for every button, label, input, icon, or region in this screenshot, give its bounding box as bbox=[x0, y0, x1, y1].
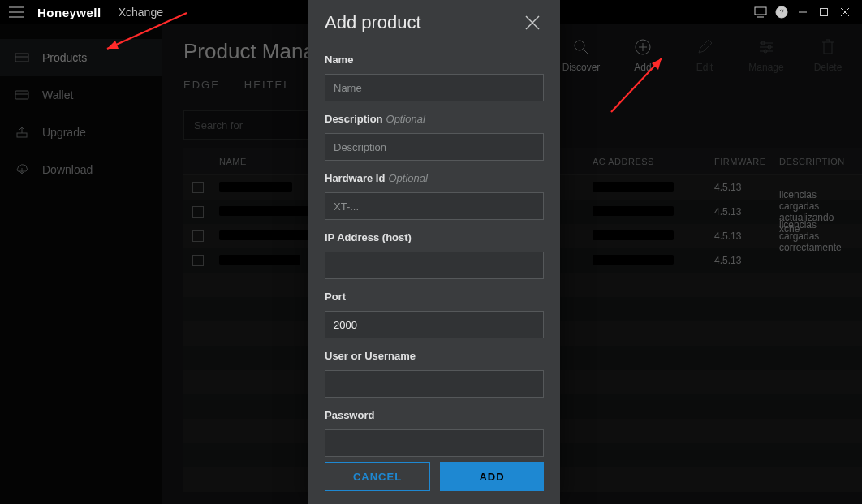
delete-button: Delete bbox=[805, 36, 851, 73]
sliders-icon bbox=[755, 36, 778, 58]
edit-button: Edit bbox=[682, 36, 727, 73]
redacted-name bbox=[219, 255, 300, 265]
firmware-cell: 4.5.13 bbox=[708, 182, 773, 193]
description-cell: licencias cargadas correctamente bbox=[773, 219, 862, 253]
name-input[interactable] bbox=[325, 74, 544, 101]
window-close-icon[interactable] bbox=[834, 2, 856, 23]
tab-edge[interactable]: EDGE bbox=[183, 79, 220, 99]
toolbar: Discover Add Edit Manage Delete bbox=[558, 36, 851, 73]
ip-address-input[interactable] bbox=[325, 252, 544, 279]
hamburger-menu-icon[interactable] bbox=[6, 2, 26, 22]
upgrade-icon bbox=[15, 125, 29, 140]
wallet-icon bbox=[15, 88, 29, 102]
toolbar-label: Delete bbox=[814, 62, 843, 73]
redacted-mac bbox=[593, 255, 674, 265]
modal-title: Add product bbox=[325, 12, 421, 33]
name-label: Name bbox=[325, 54, 544, 66]
col-firmware[interactable]: FIRMWARE bbox=[708, 157, 773, 166]
window-minimize-icon[interactable] bbox=[792, 2, 813, 23]
search-icon bbox=[570, 36, 593, 58]
redacted-mac bbox=[593, 206, 674, 216]
firmware-cell: 4.5.13 bbox=[708, 255, 773, 266]
port-input[interactable] bbox=[325, 311, 544, 338]
ip-address-label: IP Address (host) bbox=[325, 231, 544, 243]
port-label: Port bbox=[325, 291, 544, 303]
row-checkbox[interactable] bbox=[192, 182, 204, 193]
svg-rect-13 bbox=[15, 91, 28, 99]
col-mac[interactable]: AC ADDRESS bbox=[586, 157, 708, 166]
brand-divider bbox=[110, 6, 110, 18]
redacted-name bbox=[219, 182, 292, 192]
brand-logo: Honeywell bbox=[37, 6, 101, 19]
svg-rect-8 bbox=[821, 9, 828, 16]
pencil-icon bbox=[693, 36, 716, 58]
sidebar-item-wallet[interactable]: Wallet bbox=[0, 76, 162, 114]
svg-line-17 bbox=[584, 50, 588, 54]
cancel-button[interactable]: CANCEL bbox=[325, 462, 430, 491]
description-input[interactable] bbox=[325, 133, 544, 161]
toolbar-label: Manage bbox=[748, 62, 783, 73]
sidebar-item-label: Upgrade bbox=[42, 126, 86, 139]
sidebar-item-label: Download bbox=[42, 163, 93, 176]
row-checkbox[interactable] bbox=[192, 230, 204, 242]
sidebar: Products Wallet Upgrade Download bbox=[0, 24, 162, 504]
app-name: Xchange bbox=[119, 6, 163, 19]
add-product-modal: Add product Name DescriptionOptional Har… bbox=[308, 0, 560, 504]
svg-rect-3 bbox=[755, 7, 766, 15]
sidebar-item-label: Products bbox=[42, 51, 87, 64]
trash-icon bbox=[817, 36, 839, 58]
plus-circle-icon bbox=[631, 36, 654, 58]
close-icon[interactable] bbox=[521, 11, 544, 34]
hardware-id-label: Hardware IdOptional bbox=[325, 172, 544, 184]
sidebar-item-products[interactable]: Products bbox=[0, 39, 162, 76]
username-label: User or Username bbox=[325, 350, 544, 362]
row-checkbox[interactable] bbox=[192, 206, 204, 218]
cast-icon[interactable] bbox=[750, 2, 771, 23]
col-description[interactable]: DESCRIPTION bbox=[773, 157, 862, 166]
tab-heitel[interactable]: HEITEL bbox=[244, 79, 291, 99]
redacted-name bbox=[219, 206, 317, 216]
add-button[interactable]: Add bbox=[620, 36, 666, 73]
redacted-mac bbox=[593, 230, 674, 240]
discover-button[interactable]: Discover bbox=[558, 36, 604, 73]
row-checkbox[interactable] bbox=[192, 255, 204, 266]
help-icon[interactable]: ? bbox=[771, 2, 792, 23]
sidebar-item-upgrade[interactable]: Upgrade bbox=[0, 114, 162, 151]
page-title: Product Mana bbox=[183, 39, 315, 64]
svg-rect-15 bbox=[17, 133, 27, 137]
sidebar-item-label: Wallet bbox=[42, 88, 73, 101]
password-input[interactable] bbox=[325, 429, 544, 457]
toolbar-label: Discover bbox=[562, 62, 601, 73]
products-icon bbox=[15, 50, 29, 65]
window-maximize-icon[interactable] bbox=[813, 2, 834, 23]
toolbar-label: Add bbox=[634, 62, 651, 73]
password-label: Password bbox=[325, 409, 544, 421]
redacted-mac bbox=[593, 182, 674, 192]
add-confirm-button[interactable]: ADD bbox=[440, 462, 544, 491]
firmware-cell: 4.5.13 bbox=[708, 230, 773, 242]
manage-button: Manage bbox=[743, 36, 789, 73]
download-icon bbox=[15, 162, 29, 177]
hardware-id-input[interactable] bbox=[325, 192, 544, 220]
description-label: DescriptionOptional bbox=[325, 113, 544, 125]
svg-text:?: ? bbox=[779, 7, 785, 17]
svg-rect-11 bbox=[15, 54, 28, 62]
toolbar-label: Edit bbox=[696, 62, 713, 73]
username-input[interactable] bbox=[325, 370, 544, 398]
sidebar-item-download[interactable]: Download bbox=[0, 151, 162, 188]
firmware-cell: 4.5.13 bbox=[708, 206, 773, 218]
svg-point-16 bbox=[575, 41, 584, 50]
